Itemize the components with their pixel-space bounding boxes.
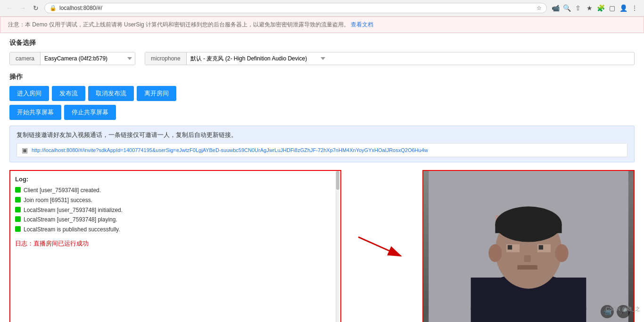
video-section: 📹 🎤 bbox=[422, 170, 635, 322]
forward-button[interactable]: → bbox=[18, 3, 27, 13]
back-button[interactable]: ← bbox=[5, 3, 14, 13]
log-title: Log: bbox=[15, 176, 336, 183]
page-content: 注意：本 Demo 仅用于调试，正式上线前请将 UserSig 计算代码和密钥迁… bbox=[0, 17, 644, 322]
enter-room-button[interactable]: 进入房间 bbox=[9, 86, 49, 101]
log-entry-text: LocalStream [user_7593748] initialized. bbox=[24, 206, 123, 214]
start-share-screen-button[interactable]: 开始共享屏幕 bbox=[9, 105, 61, 120]
operations-title: 操作 bbox=[9, 73, 635, 81]
share-icon[interactable]: ⇧ bbox=[573, 3, 583, 13]
publish-button[interactable]: 发布流 bbox=[52, 86, 85, 101]
star-icon: ☆ bbox=[537, 5, 542, 11]
log-dot bbox=[15, 207, 21, 212]
list-item: Join room [69531] success. bbox=[15, 196, 336, 204]
menu-icon[interactable]: ⋮ bbox=[630, 3, 639, 13]
leave-room-button[interactable]: 离开房间 bbox=[137, 86, 176, 101]
camera-device-group: camera EasyCamera (04f2:b579) bbox=[9, 52, 135, 65]
zoom-icon[interactable]: 🔍 bbox=[562, 3, 571, 13]
microphone-device-group: microphone 默认 - 麦克风 (2- High Definition … bbox=[145, 52, 635, 65]
log-dot bbox=[15, 187, 21, 193]
log-section: Log: Client [user_7593748] created. Join… bbox=[9, 170, 341, 322]
warning-text: 注意：本 Demo 仅用于调试，正式上线前请将 UserSig 计算代码和密钥迁… bbox=[8, 21, 349, 28]
svg-point-24 bbox=[555, 244, 568, 262]
list-item: Client [user_7593748] created. bbox=[15, 186, 336, 195]
svg-rect-19 bbox=[508, 245, 512, 249]
browser-actions: 📹 🔍 ⇧ ★ 🧩 ▢ 👤 ⋮ bbox=[551, 3, 639, 13]
log-entries: Client [user_7593748] created. Join room… bbox=[15, 186, 336, 234]
list-item: LocalStream is published successfully. bbox=[15, 226, 336, 234]
list-item: LocalStream [user_7593748] playing. bbox=[15, 216, 336, 224]
refresh-button[interactable]: ↻ bbox=[31, 3, 41, 13]
stop-share-screen-button[interactable]: 停止共享屏幕 bbox=[64, 105, 116, 120]
svg-point-23 bbox=[488, 244, 502, 262]
log-entry-text: Client [user_7593748] created. bbox=[24, 186, 101, 195]
svg-rect-21 bbox=[524, 255, 531, 262]
microphone-label: microphone bbox=[145, 52, 187, 65]
extension-icon[interactable]: 🧩 bbox=[596, 3, 605, 13]
log-status: 日志：直播房间已运行成功 bbox=[15, 239, 336, 248]
invite-description: 复制链接邀请好友加入视频通话，一条链接仅可邀请一人，复制后自动更新链接。 bbox=[17, 131, 627, 139]
log-entry-text: LocalStream is published successfully. bbox=[24, 226, 120, 234]
log-dot bbox=[15, 226, 21, 232]
svg-line-1 bbox=[358, 237, 401, 256]
window-icon[interactable]: ▢ bbox=[607, 3, 617, 13]
list-item: LocalStream [user_7593748] initialized. bbox=[15, 206, 336, 214]
unpublish-button[interactable]: 取消发布流 bbox=[88, 86, 134, 101]
log-dot bbox=[15, 197, 21, 203]
log-entry-text: Join room [69531] success. bbox=[24, 196, 92, 204]
svg-rect-22 bbox=[517, 265, 537, 270]
scrollbar[interactable] bbox=[336, 171, 339, 322]
copy-icon[interactable]: ▣ bbox=[22, 146, 28, 154]
screen-share-btn-row: 开始共享屏幕 停止共享屏幕 bbox=[9, 105, 635, 120]
operations-section: 操作 进入房间 发布流 取消发布流 离开房间 开始共享屏幕 停止共享屏幕 bbox=[9, 73, 635, 120]
browser-chrome: ← → ↻ 🔒 localhost:8080/#/ ☆ 📹 🔍 ⇧ ★ 🧩 ▢ … bbox=[0, 0, 644, 17]
video-placeholder bbox=[423, 171, 634, 322]
main-content: 设备选择 camera EasyCamera (04f2:b579) micro… bbox=[0, 33, 644, 322]
camera-label: camera bbox=[10, 52, 41, 65]
video-frame bbox=[423, 171, 634, 322]
warning-link[interactable]: 查看文档 bbox=[351, 21, 373, 28]
arrow-container bbox=[349, 170, 415, 322]
watermark: CSDN @敬_之 bbox=[605, 305, 640, 313]
warning-banner: 注意：本 Demo 仅用于调试，正式上线前请将 UserSig 计算代码和密钥迁… bbox=[0, 17, 644, 33]
invite-link-row: ▣ http://localhost:8080/#/invite?sdkAppI… bbox=[17, 143, 627, 157]
url-text: localhost:8080/#/ bbox=[59, 5, 534, 11]
invite-section: 复制链接邀请好友加入视频通话，一条链接仅可邀请一人，复制后自动更新链接。 ▣ h… bbox=[9, 126, 635, 162]
microphone-select[interactable]: 默认 - 麦克风 (2- High Definition Audio Devic… bbox=[187, 52, 328, 65]
log-entry-text: LocalStream [user_7593748] playing. bbox=[24, 216, 117, 224]
svg-rect-16 bbox=[495, 224, 561, 233]
profile-icon[interactable]: 👤 bbox=[619, 3, 628, 13]
device-selection: camera EasyCamera (04f2:b579) microphone… bbox=[9, 52, 635, 65]
lock-icon: 🔒 bbox=[50, 5, 57, 11]
svg-rect-20 bbox=[539, 245, 543, 249]
device-selection-title: 设备选择 bbox=[9, 39, 635, 47]
address-bar[interactable]: 🔒 localhost:8080/#/ ☆ bbox=[44, 3, 547, 13]
camera-select[interactable]: EasyCamera (04f2:b579) bbox=[41, 52, 135, 65]
operations-btn-row: 进入房间 发布流 取消发布流 离开房间 bbox=[9, 86, 635, 101]
bottom-area: Log: Client [user_7593748] created. Join… bbox=[9, 170, 635, 322]
invite-url[interactable]: http://localhost:8080/#/invite?sdkAppId=… bbox=[32, 147, 622, 153]
log-dot bbox=[15, 216, 21, 222]
scrollbar-thumb[interactable] bbox=[336, 171, 339, 190]
bookmark-icon[interactable]: ★ bbox=[585, 3, 594, 13]
arrow-icon bbox=[354, 228, 410, 265]
cast-icon[interactable]: 📹 bbox=[551, 3, 560, 13]
